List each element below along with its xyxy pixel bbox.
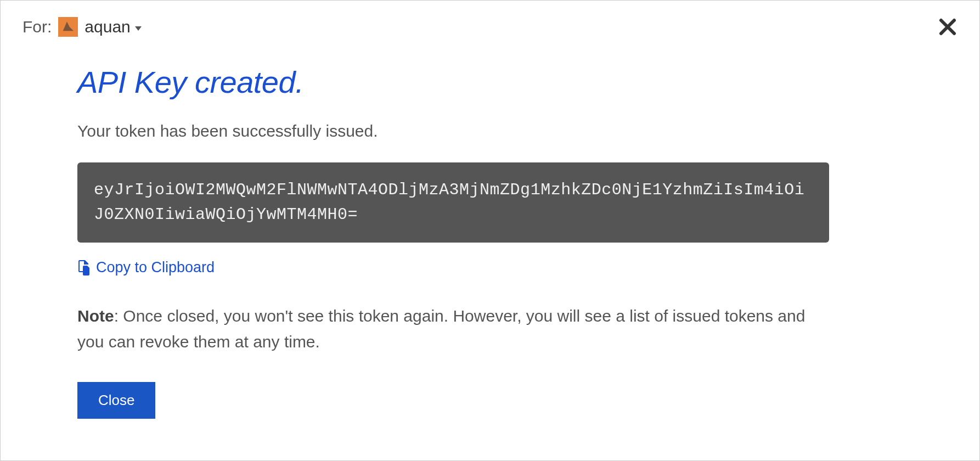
- clipboard-icon: [77, 260, 91, 276]
- dialog-header: For: aquan: [1, 1, 979, 42]
- for-label: For:: [22, 18, 52, 36]
- token-value[interactable]: eyJrIjoiOWI2MWQwM2FlNWMwNTA4ODljMzA3MjNm…: [77, 162, 829, 243]
- copy-to-clipboard-link[interactable]: Copy to Clipboard: [77, 259, 215, 276]
- user-avatar: [58, 17, 78, 37]
- user-dropdown[interactable]: aquan: [85, 18, 141, 36]
- close-button[interactable]: Close: [77, 382, 155, 419]
- subtitle-text: Your token has been successfully issued.: [77, 122, 829, 140]
- chevron-down-icon: [135, 26, 142, 31]
- username-label: aquan: [85, 18, 130, 36]
- for-section: For: aquan: [22, 17, 142, 37]
- note-body: : Once closed, you won't see this token …: [77, 307, 805, 351]
- dialog-content: API Key created. Your token has been suc…: [1, 42, 911, 441]
- copy-label: Copy to Clipboard: [96, 259, 215, 276]
- page-title: API Key created.: [77, 64, 829, 100]
- close-icon[interactable]: [938, 17, 958, 37]
- note-text: Note: Once closed, you won't see this to…: [77, 303, 829, 355]
- note-label: Note: [77, 307, 114, 325]
